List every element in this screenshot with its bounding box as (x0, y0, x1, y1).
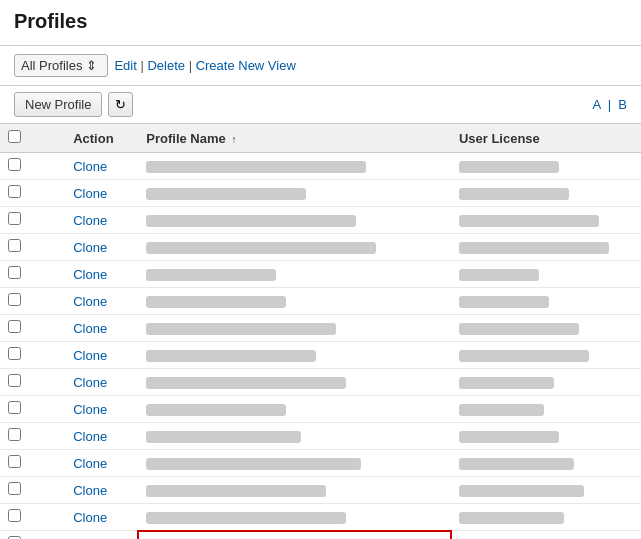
blurred-profile-name (146, 458, 361, 470)
row-checkbox[interactable] (8, 482, 21, 495)
row-checkbox-cell (0, 288, 65, 315)
user-license-cell (451, 369, 641, 396)
profile-name-cell (138, 315, 451, 342)
clone-link[interactable]: Clone (73, 186, 107, 201)
table-row: Clone (0, 180, 641, 207)
clone-link[interactable]: Clone (73, 348, 107, 363)
row-checkbox[interactable] (8, 239, 21, 252)
row-checkbox[interactable] (8, 320, 21, 333)
clone-link[interactable]: Clone (73, 321, 107, 336)
row-checkbox-cell (0, 153, 65, 180)
row-checkbox[interactable] (8, 401, 21, 414)
table-row: Clone (0, 450, 641, 477)
new-profile-button[interactable]: New Profile (14, 92, 102, 117)
row-checkbox-cell (0, 342, 65, 369)
profile-name-cell (138, 504, 451, 531)
clone-link[interactable]: Clone (73, 429, 107, 444)
row-checkbox[interactable] (8, 266, 21, 279)
blurred-user-license (459, 188, 569, 200)
blurred-user-license (459, 161, 559, 173)
clone-link[interactable]: Clone (73, 402, 107, 417)
user-license-cell (451, 180, 641, 207)
blurred-profile-name (146, 161, 366, 173)
blurred-user-license (459, 431, 559, 443)
row-checkbox[interactable] (8, 374, 21, 387)
profile-name-cell (138, 234, 451, 261)
row-checkbox-cell (0, 477, 65, 504)
view-selector[interactable]: All Profiles ⇕ (14, 54, 108, 77)
row-checkbox-cell (0, 531, 65, 540)
user-license-cell (451, 477, 641, 504)
user-license-cell (451, 423, 641, 450)
action-cell: Clone (65, 396, 138, 423)
row-checkbox-cell (0, 504, 65, 531)
view-selector-label: All Profiles (21, 58, 82, 73)
profile-name-cell (138, 342, 451, 369)
blurred-profile-name (146, 296, 286, 308)
row-checkbox[interactable] (8, 158, 21, 171)
blurred-profile-name (146, 377, 346, 389)
clone-link[interactable]: Clone (73, 483, 107, 498)
table-row: Clone (0, 396, 641, 423)
action-cell: Clone (65, 423, 138, 450)
profile-name-cell (138, 369, 451, 396)
view-links: Edit | Delete | Create New View (114, 58, 295, 73)
clone-link[interactable]: Clone (73, 240, 107, 255)
clone-link[interactable]: Clone (73, 510, 107, 525)
blurred-profile-name (146, 431, 301, 443)
pagination-links: A | B (593, 97, 627, 112)
create-new-view-link[interactable]: Create New View (196, 58, 296, 73)
row-checkbox[interactable] (8, 185, 21, 198)
table-row: Clone (0, 342, 641, 369)
clone-link[interactable]: Clone (73, 375, 107, 390)
refresh-icon: ↻ (115, 97, 126, 112)
action-cell: Clone (65, 234, 138, 261)
profile-name-column-header[interactable]: Profile Name ↑ (138, 124, 451, 153)
select-all-checkbox[interactable] (8, 130, 21, 143)
profile-name-cell (138, 261, 451, 288)
action-cell: Clone (65, 261, 138, 288)
row-checkbox[interactable] (8, 455, 21, 468)
pagination-b[interactable]: B (618, 97, 627, 112)
delete-view-link[interactable]: Delete (147, 58, 185, 73)
clone-link[interactable]: Clone (73, 213, 107, 228)
blurred-user-license (459, 512, 564, 524)
profile-name-cell (138, 180, 451, 207)
blurred-profile-name (146, 215, 356, 227)
user-license-cell (451, 288, 641, 315)
action-cell: Clone (65, 315, 138, 342)
clone-link[interactable]: Clone (73, 267, 107, 282)
row-checkbox[interactable] (8, 212, 21, 225)
action-cell: Clone (65, 369, 138, 396)
profile-name-cell (138, 207, 451, 234)
row-checkbox-cell (0, 396, 65, 423)
action-cell: Clone (65, 450, 138, 477)
user-license-cell (451, 504, 641, 531)
profile-name-cell (138, 450, 451, 477)
row-checkbox-cell (0, 234, 65, 261)
clone-link[interactable]: Clone (73, 294, 107, 309)
row-checkbox[interactable] (8, 509, 21, 522)
profile-name-cell (138, 288, 451, 315)
row-checkbox[interactable] (8, 347, 21, 360)
clone-link[interactable]: Clone (73, 456, 107, 471)
refresh-button[interactable]: ↻ (108, 92, 133, 117)
profile-name-cell (138, 423, 451, 450)
action-cell: Clone (65, 153, 138, 180)
blurred-user-license (459, 404, 544, 416)
checkbox-header (0, 124, 65, 153)
profile-name-cell (138, 396, 451, 423)
table-row: Clone (0, 288, 641, 315)
pagination-a[interactable]: A (593, 97, 601, 112)
row-checkbox[interactable] (8, 428, 21, 441)
profile-name-cell (138, 153, 451, 180)
table-row: Clone (0, 315, 641, 342)
clone-link[interactable]: Clone (73, 159, 107, 174)
blurred-profile-name (146, 512, 346, 524)
edit-view-link[interactable]: Edit (114, 58, 136, 73)
blurred-profile-name (146, 485, 326, 497)
table-header: Action Profile Name ↑ User License (0, 124, 641, 153)
toolbar: New Profile ↻ A | B (0, 86, 641, 124)
action-cell: Clone (65, 531, 138, 540)
row-checkbox[interactable] (8, 293, 21, 306)
